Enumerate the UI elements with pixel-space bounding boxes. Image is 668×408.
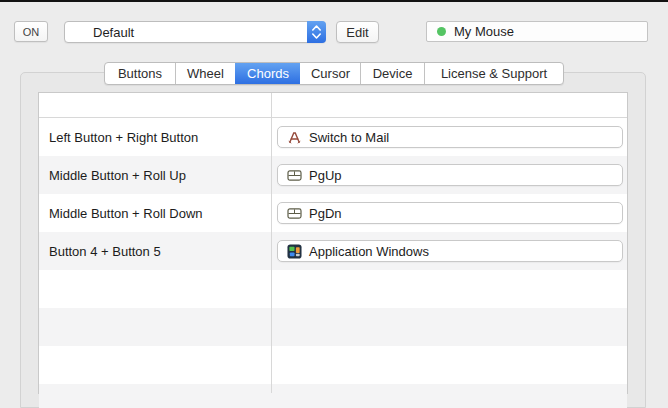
table-row-empty: [39, 384, 627, 408]
preset-popup-value: Default: [65, 25, 307, 40]
chord-action-label: Switch to Mail: [309, 130, 389, 145]
chord-action-button[interactable]: PgUp: [277, 164, 623, 186]
screen-top-edge: [0, 0, 668, 2]
chord-label: Button 4 + Button 5: [39, 244, 271, 259]
chord-label: Left Button + Right Button: [39, 130, 271, 145]
table-row: Middle Button + Roll Down PgDn: [39, 194, 627, 232]
table-row-empty: [39, 270, 627, 308]
chords-table: Left Button + Right Button Switch to Mai…: [38, 92, 628, 394]
device-selector[interactable]: My Mouse: [426, 21, 648, 42]
table-row: Button 4 + Button 5 Application Windows: [39, 232, 627, 270]
device-status-dot: [437, 27, 446, 36]
device-name-label: My Mouse: [454, 24, 514, 39]
tab-chords[interactable]: Chords: [235, 63, 300, 84]
keyboard-icon: [286, 205, 302, 221]
chord-action-label: Application Windows: [309, 244, 429, 259]
table-row-empty: [39, 346, 627, 384]
table-row: Middle Button + Roll Up PgUp: [39, 156, 627, 194]
column-divider: [271, 93, 272, 393]
chord-action-label: PgDn: [309, 206, 342, 221]
app-switch-icon: [286, 129, 302, 145]
settings-tab-bar: Buttons Wheel Chords Cursor Device Licen…: [104, 62, 564, 85]
table-header-row: [39, 93, 627, 118]
chord-action-button[interactable]: Switch to Mail: [277, 126, 623, 148]
app-window: ON Default Edit My Mouse Buttons Wheel C…: [0, 0, 668, 408]
popup-stepper-icon: [307, 21, 326, 43]
chord-action-button[interactable]: Application Windows: [277, 240, 623, 262]
table-row: Left Button + Right Button Switch to Mai…: [39, 118, 627, 156]
tab-wheel[interactable]: Wheel: [175, 63, 235, 84]
table-row-empty: [39, 308, 627, 346]
chord-action-label: PgUp: [309, 168, 342, 183]
tab-cursor[interactable]: Cursor: [300, 63, 360, 84]
on-button[interactable]: ON: [14, 21, 48, 42]
application-windows-icon: [286, 243, 302, 259]
keyboard-icon: [286, 167, 302, 183]
chord-label: Middle Button + Roll Down: [39, 206, 271, 221]
tab-buttons[interactable]: Buttons: [105, 63, 175, 84]
tab-license-support[interactable]: License & Support: [424, 63, 563, 84]
chord-action-button[interactable]: PgDn: [277, 202, 623, 224]
edit-button[interactable]: Edit: [336, 21, 379, 43]
chord-label: Middle Button + Roll Up: [39, 168, 271, 183]
preset-popup[interactable]: Default: [64, 21, 326, 43]
tab-device[interactable]: Device: [360, 63, 424, 84]
